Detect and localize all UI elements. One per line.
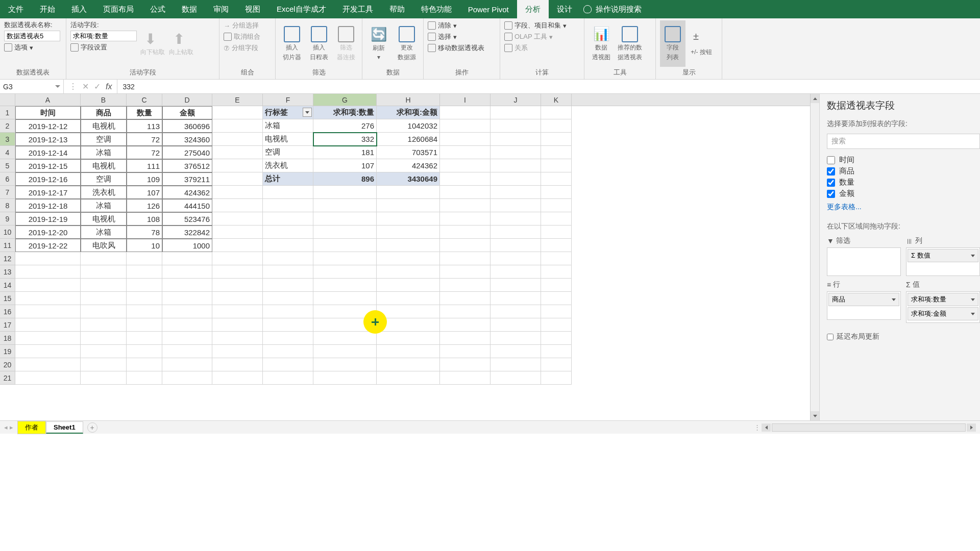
cell-J2[interactable] — [491, 119, 541, 133]
confirm-icon[interactable]: ✓ — [94, 82, 101, 91]
cell-B7[interactable]: 洗衣机 — [81, 186, 127, 199]
cell-I19[interactable] — [440, 345, 491, 358]
col-header-A[interactable]: A — [15, 94, 81, 106]
cell-D14[interactable] — [162, 279, 212, 292]
cell-F19[interactable] — [263, 345, 313, 358]
cell-E17[interactable] — [212, 318, 263, 332]
cell-H8[interactable] — [377, 199, 440, 212]
cell-F6[interactable]: 总计 — [263, 172, 313, 186]
cell-C18[interactable] — [127, 332, 162, 345]
cell-D17[interactable] — [162, 318, 212, 332]
field-item-时间[interactable]: 时间 — [827, 155, 980, 165]
cell-A21[interactable] — [15, 371, 81, 385]
cell-J15[interactable] — [491, 292, 541, 305]
cell-F16[interactable] — [263, 305, 313, 318]
cell-K9[interactable] — [541, 212, 572, 226]
field-item-商品[interactable]: 商品 — [827, 166, 980, 176]
cell-C20[interactable] — [127, 358, 162, 371]
cell-F2[interactable]: 冰箱 — [263, 119, 313, 133]
tab-analyze[interactable]: 分析 — [517, 0, 549, 18]
cell-C11[interactable]: 10 — [127, 239, 162, 252]
cell-F17[interactable] — [263, 318, 313, 332]
cell-I8[interactable] — [440, 199, 491, 212]
row-header-11[interactable]: 11 — [0, 239, 15, 252]
tab-custom1[interactable]: Excel自学成才 — [268, 0, 334, 18]
field-item-金额[interactable]: 金额 — [827, 189, 980, 198]
tab-data[interactable]: 数据 — [174, 0, 205, 18]
cell-E9[interactable] — [212, 212, 263, 226]
cell-C7[interactable]: 107 — [127, 186, 162, 199]
cell-C6[interactable]: 109 — [127, 172, 162, 186]
cell-H10[interactable] — [377, 226, 440, 239]
cell-G1[interactable]: 求和项:数量 — [313, 106, 377, 119]
cell-F12[interactable] — [263, 252, 313, 265]
cell-A10[interactable]: 2019-12-20 — [15, 226, 81, 239]
col-header-I[interactable]: I — [440, 94, 491, 106]
cell-E10[interactable] — [212, 226, 263, 239]
row-header-2[interactable]: 2 — [0, 119, 15, 133]
insert-slicer-button[interactable]: 插入切片器 — [280, 20, 304, 67]
scroll-right-icon[interactable] — [967, 423, 976, 432]
cell-H2[interactable]: 1042032 — [377, 119, 440, 133]
sheet-tab-sheet1[interactable]: Sheet1 — [46, 421, 83, 434]
move-pivot-button[interactable]: 移动数据透视表 — [428, 43, 484, 53]
cell-E19[interactable] — [212, 345, 263, 358]
cell-J17[interactable] — [491, 318, 541, 332]
col-header-E[interactable]: E — [212, 94, 263, 106]
cell-J8[interactable] — [491, 199, 541, 212]
cell-I18[interactable] — [440, 332, 491, 345]
cell-F3[interactable]: 电视机 — [263, 133, 313, 146]
cell-F5[interactable]: 洗衣机 — [263, 159, 313, 172]
cell-J12[interactable] — [491, 252, 541, 265]
cell-E1[interactable] — [212, 106, 263, 119]
select-button[interactable]: 选择 ▾ — [428, 32, 484, 42]
row-header-8[interactable]: 8 — [0, 199, 15, 212]
cell-D7[interactable]: 424362 — [162, 186, 212, 199]
cell-C19[interactable] — [127, 345, 162, 358]
cell-B6[interactable]: 空调 — [81, 172, 127, 186]
cell-A20[interactable] — [15, 358, 81, 371]
sheet-tab-author[interactable]: 作者 — [17, 421, 46, 434]
scroll-down-icon[interactable] — [811, 411, 819, 420]
cell-I15[interactable] — [440, 292, 491, 305]
change-datasource-button[interactable]: 更改数据源 — [395, 20, 420, 67]
cell-E18[interactable] — [212, 332, 263, 345]
row-header-3[interactable]: 3 — [0, 133, 15, 146]
cell-B21[interactable] — [81, 371, 127, 385]
cell-H20[interactable] — [377, 358, 440, 371]
name-box[interactable]: G3 — [0, 80, 64, 93]
cell-G3[interactable]: 332 — [313, 133, 377, 146]
cell-D10[interactable]: 322842 — [162, 226, 212, 239]
cell-D21[interactable] — [162, 371, 212, 385]
cell-G21[interactable] — [313, 371, 377, 385]
row-header-15[interactable]: 15 — [0, 292, 15, 305]
cell-D6[interactable]: 379211 — [162, 172, 212, 186]
col-header-J[interactable]: J — [491, 94, 541, 106]
defer-layout-checkbox[interactable]: 延迟布局更新 — [827, 332, 980, 341]
cell-G11[interactable] — [313, 239, 377, 252]
row-header-20[interactable]: 20 — [0, 358, 15, 371]
cell-H12[interactable] — [377, 252, 440, 265]
cell-I5[interactable] — [440, 159, 491, 172]
cell-J18[interactable] — [491, 332, 541, 345]
tab-formulas[interactable]: 公式 — [142, 0, 174, 18]
hscroll-grip-icon[interactable]: ⋮ — [754, 423, 761, 431]
cell-K12[interactable] — [541, 252, 572, 265]
filter-drop-area[interactable] — [827, 247, 901, 276]
cell-H6[interactable]: 3430649 — [377, 172, 440, 186]
cell-C5[interactable]: 111 — [127, 159, 162, 172]
row-header-17[interactable]: 17 — [0, 318, 15, 332]
cell-A7[interactable]: 2019-12-17 — [15, 186, 81, 199]
cell-J21[interactable] — [491, 371, 541, 385]
cell-I10[interactable] — [440, 226, 491, 239]
cell-A16[interactable] — [15, 305, 81, 318]
cell-C15[interactable] — [127, 292, 162, 305]
cell-B2[interactable]: 电视机 — [81, 119, 127, 133]
cell-H18[interactable] — [377, 332, 440, 345]
val-chip-amt[interactable]: 求和项:金额 — [908, 307, 978, 320]
cell-K16[interactable] — [541, 305, 572, 318]
cell-I2[interactable] — [440, 119, 491, 133]
cell-J9[interactable] — [491, 212, 541, 226]
cancel-icon[interactable]: ✕ — [82, 82, 89, 91]
cell-J10[interactable] — [491, 226, 541, 239]
